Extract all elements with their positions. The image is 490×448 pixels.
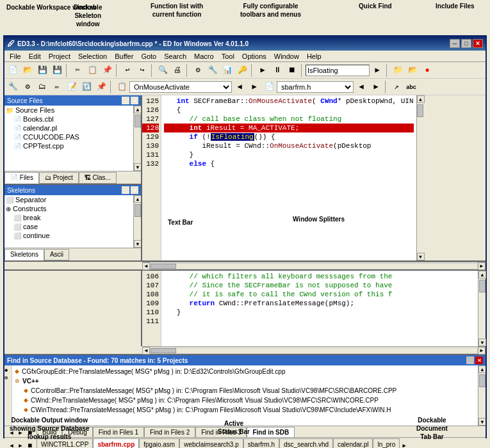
tb2-btn-8[interactable]: 📋 (115, 80, 129, 94)
new-button[interactable]: 📄 (6, 63, 20, 77)
file-tab-webclaim[interactable]: webclaimsearch3.p (179, 438, 243, 448)
workspace-scrollbar[interactable]: ▲ ▼ (133, 106, 141, 171)
skel-scroll-thumb[interactable] (135, 204, 141, 217)
hscroll-low-right[interactable]: ▶ (478, 347, 486, 355)
hscrollbar-lower[interactable]: ◀ ▶ (142, 346, 486, 354)
file-tab-calendar[interactable]: calendar.pl (333, 438, 373, 448)
quick-find-input[interactable] (306, 65, 370, 76)
file-tab-nav-back[interactable]: ◀ (7, 441, 16, 448)
tb2-btn-1[interactable]: 🔧 (6, 80, 20, 94)
undo-button[interactable]: ↩ (120, 63, 135, 77)
tb2-btn-9[interactable]: 📄 (262, 80, 276, 94)
open-button[interactable]: 📂 (20, 63, 35, 77)
skeleton-close-btn[interactable]: ✕ (131, 186, 138, 194)
maximize-button[interactable]: □ (461, 39, 471, 48)
output-tab-findsdb[interactable]: Find in SDB (247, 427, 295, 437)
tree-continue[interactable]: ⬜ continue (12, 231, 133, 240)
skel-scroll-down[interactable]: ▼ (134, 240, 141, 248)
menu-project[interactable]: Project (45, 52, 74, 61)
skeleton-scrollbar[interactable]: ▲ ▼ (133, 195, 141, 248)
close-button[interactable]: ✕ (473, 39, 483, 48)
tb2-nav-fwd[interactable]: ▶ (247, 80, 261, 94)
menu-options[interactable]: Options (238, 52, 270, 61)
out-scroll-down[interactable]: ▼ (478, 418, 486, 426)
find-button[interactable]: 🔍 (156, 63, 170, 77)
file-tab-sbarf-h[interactable]: sbarfrm.h (243, 438, 279, 448)
tb-btn-c[interactable]: 📊 (220, 63, 234, 77)
tb2-btn-10[interactable]: ◀ (354, 80, 368, 94)
output-min-btn[interactable]: _ (466, 356, 474, 364)
code-low-scroll-thumb[interactable] (479, 280, 486, 292)
cut-button[interactable]: ✂ (70, 63, 85, 77)
code-up-scroll-thumb[interactable] (417, 104, 423, 117)
tab-files[interactable]: 📄 Files (4, 172, 39, 184)
tb-btn-f[interactable]: ⏸ (270, 63, 284, 77)
tb-btn-e[interactable]: ▶ (256, 63, 270, 77)
code-lower-scrollbar[interactable]: ▲ ▼ (478, 271, 486, 346)
menu-edit[interactable]: Edit (25, 52, 45, 61)
skel-scroll-up[interactable]: ▲ (134, 195, 141, 203)
output-item-3[interactable]: ◆ CWnd::PreTranslateMessage( MSG* pMsg )… (13, 396, 477, 405)
output-item-2[interactable]: ◆ CControlBar::PreTranslateMessage( MSG*… (13, 386, 477, 396)
tb2-btn-2[interactable]: ⚙ (20, 80, 35, 94)
tab-skeletons[interactable]: Skeletons (4, 249, 44, 260)
tree-cpptest[interactable]: 📄 CPPTest.cpp (12, 141, 133, 150)
tb-btn-b[interactable]: 🔧 (206, 63, 220, 77)
output-scrollbar[interactable]: ▲ ▼ (478, 365, 486, 426)
tree-case[interactable]: ⬜ case (12, 222, 133, 231)
tree-source-files[interactable]: 📁 Source Files (4, 106, 133, 115)
tb2-btn-5[interactable]: 📝 (65, 80, 79, 94)
code-low-scroll-down[interactable]: ▼ (478, 339, 486, 346)
menu-window[interactable]: Window (270, 52, 303, 61)
function-dropdown[interactable]: OnMouseActivate (129, 81, 232, 93)
tb-btn-d[interactable]: 🔑 (235, 63, 249, 77)
file-tab-fpgaio[interactable]: fpgaio.asm (139, 438, 179, 448)
include-files-btn[interactable]: 📁 (391, 63, 405, 77)
tb2-btn-12[interactable]: ↗ (389, 80, 404, 94)
menu-goto[interactable]: Goto (137, 52, 160, 61)
file-tab-nav-fwd[interactable]: ▶ (16, 441, 25, 448)
tab-ascii[interactable]: Ascii (44, 249, 69, 260)
include-files-btn2[interactable]: 📂 (405, 63, 420, 77)
file-tab-lnpro[interactable]: ln_pro (373, 438, 400, 448)
code-text-lower[interactable]: // which filters all keyboard messsages … (161, 271, 478, 346)
hscroll-low-left[interactable]: ◀ (142, 347, 150, 355)
tab-class[interactable]: 🏗 Clas... (79, 172, 117, 184)
redo-button[interactable]: ↪ (135, 63, 149, 77)
tree-separator[interactable]: ⬜ Separator (4, 195, 133, 204)
output-item-4[interactable]: ◆ CWinThread::PreTranslateMessage( MSG* … (13, 405, 477, 415)
hscrollbar-upper[interactable]: ◀ ▶ (142, 262, 486, 269)
save-button[interactable]: 💾 (35, 63, 49, 77)
hscroll-left[interactable]: ◀ (142, 262, 150, 270)
code-up-scroll-down[interactable]: ▼ (417, 253, 425, 260)
hscroll-low-thumb[interactable] (151, 348, 176, 353)
code-low-scroll-up[interactable]: ▲ (478, 271, 486, 278)
tb-btn-g[interactable]: ⏹ (285, 63, 299, 77)
tb2-btn-6[interactable]: 🔃 (79, 80, 94, 94)
menu-file[interactable]: File (6, 52, 25, 61)
output-tab-find2[interactable]: Find in Files 2 (144, 427, 195, 437)
skeleton-min-btn[interactable]: _ (122, 186, 129, 194)
tree-break[interactable]: ⬜ break (12, 213, 133, 222)
print-button[interactable]: 🖨 (170, 63, 184, 77)
tb2-btn-4[interactable]: ✏ (50, 80, 64, 94)
out-scroll-up[interactable]: ▲ (478, 365, 486, 373)
tab-project[interactable]: 🗂 Project (39, 172, 79, 184)
tree-constructs[interactable]: ⊕ Constructs (4, 204, 133, 213)
hscroll-right[interactable]: ▶ (478, 262, 486, 270)
tree-ccuucode[interactable]: 📄 CCUUCODE.PAS (12, 132, 133, 141)
file-tab-nav-stop[interactable]: ⏹ (25, 441, 34, 448)
menu-selection[interactable]: Selection (74, 52, 111, 61)
scroll-thumb[interactable] (135, 115, 141, 127)
hscroll-thumb[interactable] (151, 264, 176, 269)
output-item-1[interactable]: ◆ CGfxGroupEdit::PreTranslateMessage( MS… (13, 367, 477, 376)
file-tab-dsc[interactable]: dsc_search.vhd (279, 438, 333, 448)
quick-find-go[interactable]: ▶ (370, 63, 384, 77)
tb-btn-red[interactable]: ● (420, 63, 434, 77)
tree-calendar-pl[interactable]: 📄 calendar.pl (12, 124, 133, 132)
code-text-upper[interactable]: int SECFrameBar::OnMouseActivate( CWnd* … (161, 95, 416, 260)
workspace-min-btn[interactable]: _ (122, 97, 129, 104)
file-tab-scroll[interactable]: ▶ (400, 441, 409, 448)
menu-buffer[interactable]: Buffer (111, 52, 137, 61)
output-tab-find1[interactable]: Find in Files 1 (93, 427, 144, 437)
